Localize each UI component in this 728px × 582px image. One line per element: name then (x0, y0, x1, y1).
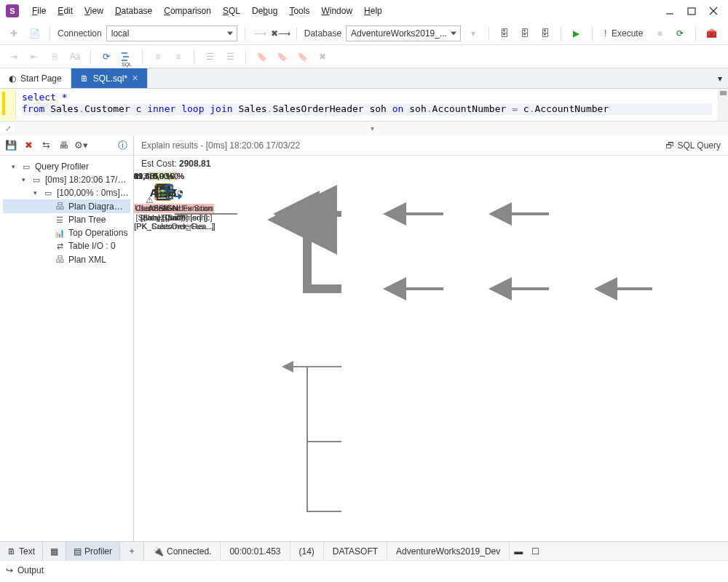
split-handle[interactable]: ⤢ ▾ (0, 121, 728, 135)
list-2-icon: ☰ (222, 49, 238, 65)
bookmark-next-icon: 🔖 (294, 49, 310, 65)
tab-start-page[interactable]: ◐ Start Page (0, 68, 71, 88)
tab-start-label: Start Page (20, 73, 62, 84)
db-icon-3[interactable]: 🗄 (537, 25, 553, 41)
output-icon: ↪ (6, 565, 13, 575)
disconnect-icon[interactable]: ✖⟶ (273, 25, 289, 41)
output-row[interactable]: ↪ Output (0, 560, 728, 579)
maximize-button[interactable] (687, 7, 696, 15)
align-left-icon: ≡ (150, 49, 166, 65)
menu-debug[interactable]: Debug (246, 3, 283, 19)
settings-icon[interactable]: ⚙▾ (74, 139, 87, 152)
profiler-panel: 💾 ✖ ⇆ 🖶 ⚙▾ ⓘ ▾▭Query Profiler ▾▭[0ms] 18… (0, 135, 134, 541)
app-icon: S (6, 4, 19, 17)
tab-close-icon[interactable]: ✕ (132, 73, 138, 83)
align-center-icon: ≡ (170, 49, 186, 65)
tree-plan-diagram[interactable]: 品Plan Diagram :... (3, 199, 130, 213)
sql-code[interactable]: select * from Sales.Customer c inner loo… (16, 89, 718, 121)
add-tab-button[interactable]: ＋ (120, 542, 143, 560)
status-connected: 🔌 Connected. (144, 542, 221, 560)
title-bar: S File Edit View Database Comparison SQL… (0, 0, 728, 22)
menu-sql[interactable]: SQL (217, 3, 246, 19)
profiler-tree[interactable]: ▾▭Query Profiler ▾▭[0ms] 18:20:06 17/03.… (0, 156, 133, 271)
cost-value: 2908.81 (179, 159, 210, 169)
tab-sql[interactable]: 🗎 SQL.sql* ✕ (71, 68, 148, 88)
tree-table-io[interactable]: ⇄Table I/O : 0 (3, 239, 130, 252)
connect-icon: ⟶ (253, 25, 269, 41)
format-sql-button[interactable]: SQL (119, 49, 135, 65)
document-tabs: ◐ Start Page 🗎 SQL.sql* ✕ ▾ (0, 68, 728, 89)
info-icon[interactable]: ⓘ (116, 139, 129, 152)
tree-top-ops[interactable]: 📊Top Operations (3, 226, 130, 239)
plan-canvas[interactable]: 0,0 % ⚠ SELECT 1 96,0 % Nested Loops (In… (134, 172, 728, 541)
play-icon[interactable]: ▶ (569, 25, 585, 41)
close-button[interactable] (709, 7, 718, 15)
save-icon[interactable]: 💾 (4, 139, 17, 152)
explain-header-text: Explain results - [0ms] 18:20:06 17/03/2… (141, 140, 300, 151)
menu-edit[interactable]: Edit (52, 3, 79, 19)
menu-window[interactable]: Window (315, 3, 358, 19)
connection-label: Connection (58, 28, 102, 39)
connection-combo[interactable]: local (106, 25, 237, 41)
tree-plan-tree[interactable]: ☰Plan Tree (3, 213, 130, 226)
compare-icon[interactable]: ⇆ (39, 139, 52, 152)
tree-session[interactable]: ▾▭[0ms] 18:20:06 17/03... (3, 173, 130, 186)
status-db: AdventureWorks2019_Dev (387, 542, 510, 560)
status-user: DATASOFT (324, 542, 387, 560)
plan-edges (134, 172, 728, 541)
stop-icon: ■ (652, 25, 668, 41)
profiler-toolbar: 💾 ✖ ⇆ 🖶 ⚙▾ ⓘ (0, 135, 133, 156)
db-icon-1[interactable]: 🗄 (496, 25, 513, 41)
output-label: Output (17, 565, 44, 575)
database-label: Database (304, 28, 341, 39)
list-1-icon: ☰ (202, 49, 218, 65)
svg-rect-1 (688, 8, 695, 15)
print-icon[interactable]: 🖶 (57, 139, 70, 152)
new-query-icon: ✚ (6, 25, 22, 41)
tab-text-alt[interactable]: ▦ (43, 542, 66, 560)
status-layout-1[interactable]: ▬ (510, 542, 527, 560)
indent-icon: ⇥ (6, 49, 22, 65)
menu-comparison[interactable]: Comparison (158, 3, 217, 19)
cost-row: Est Cost: 2908.81 (134, 156, 728, 172)
db-icon-2[interactable]: 🗄 (517, 25, 533, 41)
node-sequence[interactable]: 0,0 % (134, 172, 192, 204)
debug-icon[interactable]: ⟳ (672, 25, 688, 41)
tab-text[interactable]: 🗎 Text (0, 542, 43, 560)
sql-file-icon: 🗎 (80, 73, 89, 84)
minimize-button[interactable] (665, 7, 674, 15)
tools-icon[interactable]: 🧰 (703, 25, 719, 41)
status-layout-2[interactable]: ☐ (527, 542, 544, 560)
menu-tools[interactable]: Tools (283, 3, 315, 19)
bottom-tabs: 🗎 Text ▦ ▤ Profiler ＋ 🔌 Connected. 00:00… (0, 541, 728, 560)
bookmark-icon: 🔖 (253, 49, 269, 65)
menu-database[interactable]: Database (109, 3, 158, 19)
tree-pct[interactable]: ▾▭[100,00% : 0ms] ... (3, 186, 130, 199)
tree-root[interactable]: ▾▭Query Profiler (3, 160, 130, 173)
outdent-icon: ⇤ (26, 49, 42, 65)
db-chevron-down-icon: ▾ (465, 25, 481, 41)
tree-plan-xml[interactable]: 品Plan XML (3, 252, 130, 266)
sql-gutter (0, 89, 16, 121)
tab-overflow-icon[interactable]: ▾ (712, 68, 728, 88)
refresh-icon[interactable]: ⟳ (98, 49, 114, 65)
database-combo[interactable]: AdventureWorks2019_... (346, 25, 461, 41)
sql-line-1: select * (22, 92, 68, 103)
expand-icon[interactable]: ⤢ (0, 124, 16, 132)
case-icon: Aa (67, 49, 83, 65)
delete-icon[interactable]: ✖ (22, 139, 35, 152)
comment-icon: ⎘ (47, 49, 63, 65)
open-icon[interactable]: 📄 (26, 25, 42, 41)
bookmark-clear-icon: ✖ (314, 49, 331, 65)
menu-view[interactable]: View (79, 3, 109, 19)
menu-file[interactable]: File (26, 3, 52, 19)
sql-editor[interactable]: select * from Sales.Customer c inner loo… (0, 89, 728, 121)
menu-help[interactable]: Help (358, 3, 388, 19)
tab-profiler[interactable]: ▤ Profiler (66, 542, 120, 560)
start-page-icon: ◐ (9, 73, 16, 84)
svg-rect-48 (156, 187, 166, 197)
tab-sql-label: SQL.sql* (93, 73, 127, 84)
execute-button[interactable]: ! Execute (600, 27, 647, 40)
format-toolbar: ⇥ ⇤ ⎘ Aa ⟳ SQL ≡ ≡ ☰ ☰ 🔖 🔖 🔖 ✖ (0, 45, 728, 68)
sql-query-link[interactable]: 🗗 SQL Query (665, 140, 721, 151)
